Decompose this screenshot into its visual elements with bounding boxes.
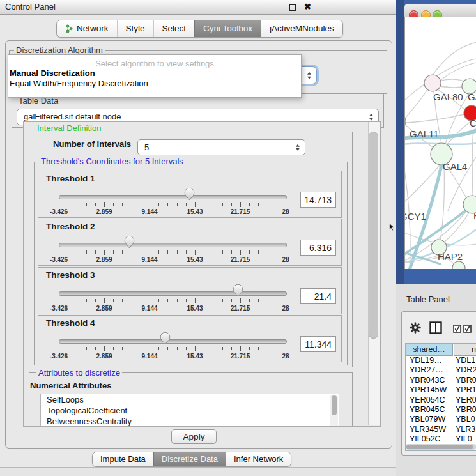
cell-name: YIL0 (456, 434, 472, 444)
slider-tick-label: 2.859 (90, 305, 118, 312)
attribute-item-selfloops[interactable]: SelfLoops (41, 394, 339, 405)
tab-discretize-data[interactable]: Discretize Data (153, 452, 226, 466)
settings-scrollbar-thumb[interactable] (369, 132, 378, 339)
slider-thumb[interactable] (233, 284, 243, 297)
slider-tick (240, 298, 241, 303)
control-panel-titlebar: Control Panel ✖ (0, 0, 396, 15)
column-header-name[interactable]: na (454, 344, 476, 356)
apply-button[interactable]: Apply (171, 429, 217, 444)
slider-thumb[interactable] (184, 188, 195, 201)
algorithm-option-manual-discretization[interactable]: Manual Discretization (8, 68, 301, 79)
slider-tick (222, 347, 223, 350)
slider-tick (158, 203, 159, 206)
slider-tick-label: 28 (272, 353, 300, 360)
threshold-value-input[interactable]: 11.344 (300, 336, 336, 352)
list-scrollbar[interactable] (330, 395, 338, 427)
slider-tick (222, 299, 223, 302)
slider-tick (167, 203, 168, 206)
slider-tick (77, 203, 77, 206)
interval-definition-label: Interval Definition (35, 124, 103, 133)
cell-name: YBR0 (456, 376, 476, 385)
table-row-ypr145w[interactable]: YPR145WYPR1 (406, 385, 476, 395)
tab-style[interactable]: Style (117, 20, 153, 37)
cell-shared-name: YIL052C (410, 434, 441, 444)
table-row-ydr27[interactable]: YDR27…YDR2 (406, 365, 476, 375)
slider-track[interactable] (59, 243, 287, 247)
slider-tick (195, 298, 196, 303)
slider-tick (68, 203, 68, 206)
column-header-shared[interactable]: shared… (406, 344, 453, 356)
gear-icon[interactable] (410, 322, 421, 336)
number-of-intervals-spinner[interactable]: 5 (137, 139, 305, 155)
stepper-arrows-icon (296, 144, 300, 151)
slider-track[interactable] (59, 195, 287, 199)
slider-tick (77, 347, 77, 350)
threshold-value-input[interactable]: 14.713 (300, 192, 336, 208)
tab-network[interactable]: Network (57, 20, 117, 37)
top-tabbar: NetworkStyleSelectCyni ToolboxjActiveMNo… (56, 20, 343, 38)
network-canvas[interactable]: GAL80GACGAL11GAL4GCY1HHAP2 (404, 17, 476, 269)
numerical-attributes-list[interactable]: SelfLoopsTopologicalCoefficientBetweenne… (40, 394, 339, 427)
table-horizontal-scrollbar[interactable] (406, 444, 476, 450)
slider-thumb[interactable] (124, 236, 135, 249)
tab-jactivemnodules[interactable]: jActiveMNodules (261, 20, 342, 37)
threshold-label: Threshold 4 (46, 318, 95, 328)
table-hscrollbar-thumb[interactable] (406, 445, 473, 449)
split-columns-icon[interactable] (429, 321, 442, 337)
threshold-value-input[interactable]: 21.4 (300, 288, 336, 304)
stepper-arrows-icon (307, 72, 311, 79)
table-row-ybr043c[interactable]: YBR043CYBR0 (406, 376, 476, 385)
slider-tick (258, 347, 259, 350)
table-row-yer054c[interactable]: YER054CYER0 (406, 395, 476, 405)
threshold-value-input[interactable]: 6.316 (300, 240, 336, 256)
table-row-ybl079w[interactable]: YBL079WYBL0 (406, 415, 476, 424)
tab-select[interactable]: Select (153, 20, 195, 37)
network-edge (405, 89, 427, 118)
slider-tick (240, 346, 241, 351)
tab-label: Infer Network (234, 452, 283, 466)
network-node-gal80[interactable] (424, 75, 441, 91)
attribute-item-betweennesscentrality[interactable]: BetweennessCentrality (41, 416, 339, 427)
node-label-gal11: GAL11 (410, 128, 439, 139)
slider-tick (249, 299, 250, 302)
network-node[interactable] (452, 261, 465, 269)
slider-tick (286, 346, 286, 351)
network-window-titlebar[interactable] (404, 4, 476, 18)
table-row-ybr045c[interactable]: YBR045CYBR0 (406, 405, 476, 415)
slider-tick (177, 347, 178, 350)
slider-tick-label: -3.426 (45, 256, 73, 263)
attribute-item-topologicalcoefficient[interactable]: TopologicalCoefficient (41, 405, 339, 416)
slider-tick (213, 347, 213, 350)
slider-tick (231, 347, 232, 350)
table-row-ylr345w[interactable]: YLR345WYLR3 (406, 425, 476, 434)
slider-tick (286, 202, 286, 207)
tab-impute-data[interactable]: Impute Data (93, 452, 153, 466)
float-window-icon[interactable] (289, 4, 296, 11)
slider-tick (177, 299, 178, 302)
slider-thumb[interactable] (160, 332, 171, 345)
slider-tick (268, 347, 268, 350)
tab-label: Style (126, 20, 145, 37)
network-icon (65, 24, 73, 33)
slider-track[interactable] (59, 339, 287, 344)
table-data-label: Table Data (17, 96, 60, 105)
cell-name: YER0 (456, 395, 476, 405)
table-row-yil052c[interactable]: YIL052CYIL0 (406, 434, 476, 444)
slider-tick (195, 202, 196, 207)
slider-tick-label: 2.859 (90, 256, 118, 263)
slider-tick (258, 203, 259, 206)
slider-tick (240, 202, 241, 207)
slider-tick-label: 9.144 (135, 305, 164, 312)
slider-tick (86, 347, 87, 350)
table-row-ydl19[interactable]: YDL19…YDL1 (406, 356, 476, 365)
list-scrollbar-thumb[interactable] (332, 395, 337, 415)
tab-label: jActiveMNodules (270, 20, 334, 37)
network-node-gal11[interactable] (405, 113, 406, 130)
tab-infer-network[interactable]: Infer Network (226, 452, 291, 466)
threshold-4-box: Threshold 4-3.4262.8599.14415.4321.71528… (38, 315, 342, 362)
tab-cyni-toolbox[interactable]: Cyni Toolbox (194, 20, 261, 37)
slider-track[interactable] (59, 291, 287, 296)
checkboxes-icon[interactable] (453, 324, 472, 335)
close-icon[interactable]: ✖ (304, 1, 311, 13)
algorithm-option-equal-width-frequency-discretization[interactable]: Equal Width/Frequency Discretization (8, 79, 301, 89)
